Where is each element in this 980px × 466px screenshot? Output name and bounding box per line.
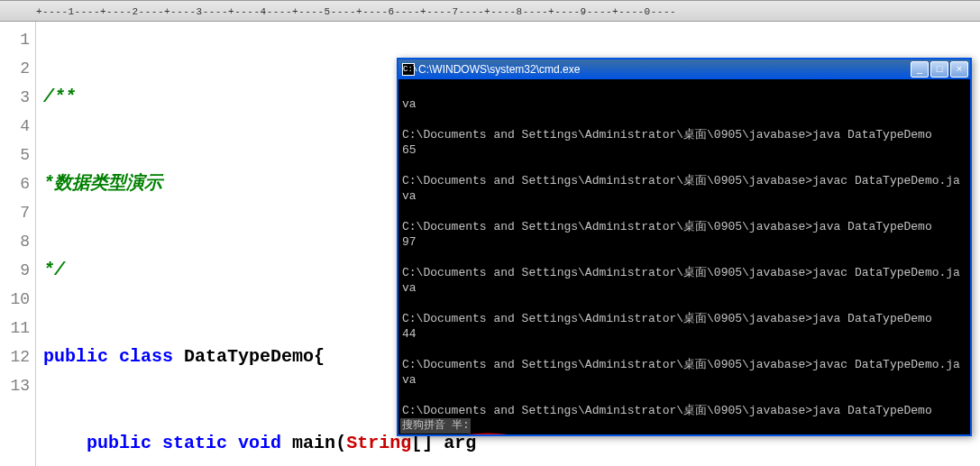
- cmd-output: 97: [402, 235, 417, 249]
- ime-status: 搜狗拼音 半:: [400, 418, 471, 434]
- line-number: 4: [0, 112, 30, 141]
- cmd-titlebar[interactable]: C:\ C:\WINDOWS\system32\cmd.exe _ □ ×: [398, 59, 970, 79]
- comment: */: [43, 260, 65, 280]
- line-number: 5: [0, 141, 30, 169]
- comment: *数据类型演示: [43, 173, 162, 194]
- keyword: public: [43, 346, 108, 367]
- keyword: public: [87, 433, 151, 453]
- gutter: 1 2 3 4 5 6 7 8 9 10 11 12 13: [0, 22, 36, 466]
- cmd-line: va: [402, 97, 417, 111]
- brace: {: [314, 346, 325, 367]
- cmd-title: C:\WINDOWS\system32\cmd.exe: [418, 63, 911, 76]
- cmd-output: 65: [402, 143, 417, 157]
- cmd-icon: C:\: [402, 63, 415, 76]
- cmd-line: C:\Documents and Settings\Administrator\…: [402, 266, 960, 295]
- line-number: 10: [0, 285, 30, 314]
- keyword: static: [162, 433, 227, 453]
- keyword: void: [238, 433, 281, 453]
- line-number: 11: [0, 314, 30, 343]
- maximize-button[interactable]: □: [930, 61, 948, 78]
- cmd-window[interactable]: C:\ C:\WINDOWS\system32\cmd.exe _ □ × va…: [397, 58, 972, 436]
- cmd-line: C:\Documents and Settings\Administrator\…: [402, 358, 960, 387]
- line-number: 13: [0, 371, 30, 400]
- cmd-line: C:\Documents and Settings\Administrator\…: [402, 312, 932, 325]
- line-number: 8: [0, 227, 30, 256]
- cmd-line: C:\Documents and Settings\Administrator\…: [402, 174, 960, 203]
- line-number: 3: [0, 83, 30, 112]
- ruler: +----1----+----2----+----3----+----4----…: [0, 0, 980, 22]
- cmd-output: 44: [402, 327, 417, 341]
- line-number: 9: [0, 256, 30, 285]
- method-name: main: [292, 433, 335, 453]
- line-number: 1: [0, 25, 30, 54]
- cmd-line: C:\Documents and Settings\Administrator\…: [402, 128, 932, 142]
- line-number: 6: [0, 169, 30, 198]
- cmd-body[interactable]: va C:\Documents and Settings\Administrat…: [398, 79, 970, 434]
- ruler-text: +----1----+----2----+----3----+----4----…: [36, 1, 676, 22]
- line-number: 7: [0, 198, 30, 227]
- window-controls: _ □ ×: [911, 61, 968, 78]
- minimize-button[interactable]: _: [911, 61, 929, 78]
- keyword: class: [119, 346, 173, 367]
- cmd-line: C:\Documents and Settings\Administrator\…: [402, 220, 932, 233]
- class-name: DataTypeDemo: [184, 346, 314, 367]
- line-number: 12: [0, 343, 30, 371]
- comment: /**: [43, 87, 76, 107]
- close-button[interactable]: ×: [950, 61, 968, 78]
- annotation-underline: [402, 402, 510, 415]
- line-number: 2: [0, 54, 30, 83]
